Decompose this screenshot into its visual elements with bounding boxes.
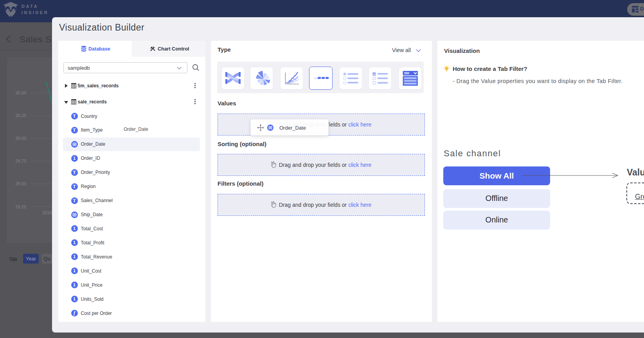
svg-text:Tab: Tab: [314, 77, 318, 80]
